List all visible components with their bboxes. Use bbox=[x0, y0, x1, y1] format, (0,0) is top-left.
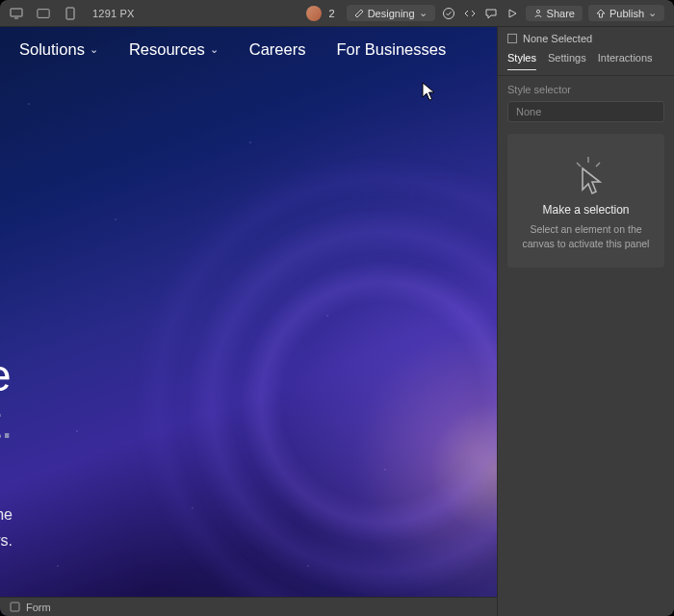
style-selector-label: Style selector bbox=[498, 76, 674, 101]
share-label: Share bbox=[547, 8, 575, 19]
nav-label: For Businesses bbox=[336, 40, 446, 59]
site-nav: Solutions ⌄ Resources ⌄ Careers For Busi… bbox=[0, 35, 497, 64]
viewport-size-label: 1291 PX bbox=[92, 8, 135, 19]
nav-item-for-businesses[interactable]: For Businesses bbox=[336, 40, 446, 59]
hero-text: al nine that. pporting the e travelers. bbox=[0, 306, 13, 553]
mode-label: Designing bbox=[368, 8, 415, 19]
svg-rect-3 bbox=[66, 8, 74, 19]
nav-item-resources[interactable]: Resources ⌄ bbox=[129, 40, 219, 59]
svg-rect-2 bbox=[38, 9, 49, 17]
hero-para-line-2: e travelers. bbox=[0, 532, 13, 549]
hero-para-line-1: pporting the bbox=[0, 506, 13, 523]
empty-state-desc: Select an element on the canvas to activ… bbox=[517, 222, 655, 250]
style-selector-value: None bbox=[516, 106, 541, 117]
style-panel: None Selected Styles Settings Interactio… bbox=[497, 27, 674, 616]
tab-styles[interactable]: Styles bbox=[507, 48, 536, 70]
publish-button[interactable]: Publish ⌄ bbox=[588, 5, 664, 21]
check-icon[interactable] bbox=[441, 6, 456, 21]
comment-icon[interactable] bbox=[483, 6, 499, 21]
form-icon bbox=[10, 602, 20, 612]
collaborator-count: 2 bbox=[329, 8, 335, 19]
desktop-icon[interactable] bbox=[10, 7, 23, 20]
nav-item-careers[interactable]: Careers bbox=[249, 40, 306, 59]
tab-interactions[interactable]: Interactions bbox=[598, 48, 653, 69]
svg-point-4 bbox=[443, 8, 454, 18]
empty-state-title: Make a selection bbox=[517, 203, 655, 217]
selection-indicator-icon bbox=[507, 34, 517, 43]
code-icon[interactable] bbox=[462, 6, 478, 21]
nav-label: Careers bbox=[249, 40, 306, 59]
svg-rect-6 bbox=[11, 603, 19, 611]
tablet-landscape-icon[interactable] bbox=[37, 7, 50, 20]
mobile-icon[interactable] bbox=[64, 7, 77, 20]
svg-rect-0 bbox=[11, 9, 22, 16]
canvas[interactable]: Solutions ⌄ Resources ⌄ Careers For Busi… bbox=[0, 27, 497, 616]
hero-line-2: nine bbox=[0, 350, 11, 400]
publish-label: Publish bbox=[609, 8, 644, 19]
empty-state: Make a selection Select an element on th… bbox=[507, 134, 664, 268]
tab-settings[interactable]: Settings bbox=[548, 48, 586, 69]
chevron-down-icon: ⌄ bbox=[648, 7, 657, 19]
svg-line-9 bbox=[596, 163, 600, 167]
chevron-down-icon: ⌄ bbox=[210, 43, 219, 56]
chevron-down-icon: ⌄ bbox=[90, 43, 98, 56]
style-selector-input[interactable]: None bbox=[507, 101, 664, 122]
avatar[interactable] bbox=[306, 6, 322, 21]
breadcrumb[interactable]: Form bbox=[0, 597, 497, 616]
play-icon[interactable] bbox=[505, 6, 520, 21]
svg-line-8 bbox=[577, 163, 581, 167]
hero-line-3: that. bbox=[0, 398, 13, 448]
svg-point-5 bbox=[536, 10, 539, 13]
selection-cursor-icon bbox=[567, 155, 606, 193]
mode-dropdown[interactable]: Designing ⌄ bbox=[347, 5, 435, 21]
selection-label: None Selected bbox=[523, 33, 592, 44]
breadcrumb-label: Form bbox=[26, 602, 51, 613]
share-button[interactable]: Share bbox=[526, 6, 583, 21]
nav-item-solutions[interactable]: Solutions ⌄ bbox=[19, 40, 98, 59]
nav-label: Resources bbox=[129, 40, 205, 59]
nav-label: Solutions bbox=[19, 40, 85, 59]
chevron-down-icon: ⌄ bbox=[419, 7, 428, 19]
